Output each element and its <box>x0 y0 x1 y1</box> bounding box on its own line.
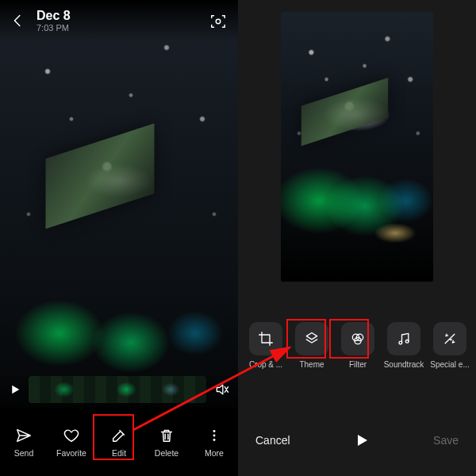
crop-icon <box>249 322 282 355</box>
more-button[interactable]: More <box>193 426 236 458</box>
svg-point-8 <box>405 340 409 344</box>
save-button[interactable]: Save <box>433 434 459 447</box>
mute-button[interactable] <box>213 380 232 399</box>
play-button[interactable] <box>6 381 24 398</box>
heart-icon <box>62 426 81 445</box>
svg-point-1 <box>213 430 216 432</box>
edit-label: Edit <box>112 448 126 458</box>
lens-button[interactable] <box>208 11 228 32</box>
edit-icon <box>109 426 129 445</box>
editor-play-button[interactable] <box>350 428 374 452</box>
cancel-button[interactable]: Cancel <box>255 434 290 447</box>
filter-label: Filter <box>349 360 367 369</box>
theme-label: Theme <box>299 360 324 369</box>
delete-label: Delete <box>155 448 178 458</box>
filter-tool[interactable]: Filter <box>340 322 376 369</box>
favorite-label: Favorite <box>56 448 86 458</box>
svg-point-3 <box>213 439 216 441</box>
sparkle-icon <box>433 322 466 355</box>
music-icon <box>387 322 420 355</box>
trash-icon <box>157 426 176 445</box>
special-label: Special e... <box>430 360 469 369</box>
svg-point-7 <box>399 341 402 344</box>
crop-tool[interactable]: Crop & ... <box>248 322 284 369</box>
video-timeline-bar <box>0 371 238 408</box>
viewer-header: Dec 8 7:03 PM <box>0 0 238 41</box>
viewer-action-bar: Send Favorite Edit Delete <box>0 408 238 476</box>
editor-bottom-bar: Cancel Save <box>238 405 476 476</box>
soundtrack-tool[interactable]: Soundtrack <box>386 322 422 369</box>
viewer-title-block: Dec 8 7:03 PM <box>36 9 71 33</box>
editor-preview-area <box>238 0 476 294</box>
edit-button[interactable]: Edit <box>98 426 140 458</box>
svg-point-0 <box>216 19 221 24</box>
theme-icon <box>295 322 328 355</box>
editor-panel: Crop & ... Theme Filter <box>238 0 476 476</box>
video-scrubber[interactable] <box>29 376 206 403</box>
viewer-date: Dec 8 <box>36 9 71 23</box>
theme-tool[interactable]: Theme <box>294 322 330 369</box>
more-icon <box>205 426 224 445</box>
editor-preview-image <box>281 12 433 282</box>
soundtrack-label: Soundtrack <box>384 360 424 369</box>
more-label: More <box>205 448 224 458</box>
svg-point-2 <box>213 435 216 437</box>
crop-label: Crop & ... <box>249 360 282 369</box>
editor-preview[interactable] <box>281 12 433 282</box>
send-icon <box>14 426 33 445</box>
send-label: Send <box>14 448 34 458</box>
delete-button[interactable]: Delete <box>145 426 188 458</box>
send-button[interactable]: Send <box>2 426 45 458</box>
viewer-time: 7:03 PM <box>36 23 71 33</box>
back-button[interactable] <box>8 10 29 31</box>
filter-icon <box>341 322 374 355</box>
special-effects-tool[interactable]: Special e... <box>432 322 468 369</box>
viewer-panel: Dec 8 7:03 PM <box>0 0 238 476</box>
editor-tool-row: Crop & ... Theme Filter <box>238 322 476 369</box>
favorite-button[interactable]: Favorite <box>50 426 93 458</box>
